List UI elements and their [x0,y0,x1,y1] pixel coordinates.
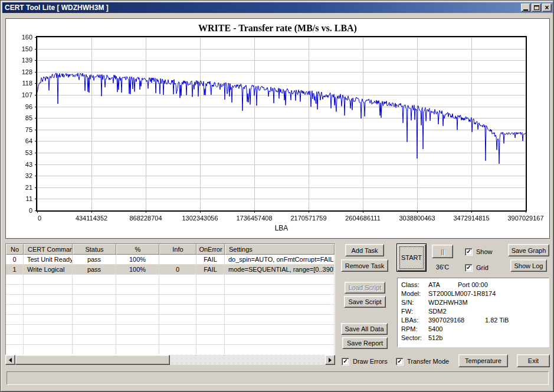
empty-cell [159,285,196,295]
empty-cell [24,325,73,335]
empty-cell [225,305,335,315]
transfer-mode-checkbox-box: ✓ [396,358,404,365]
temperature-button[interactable]: Temperature [458,354,508,367]
transfer-mode-checkbox[interactable]: ✓ Transfer Mode [396,357,449,365]
table-empty-row[interactable] [6,305,335,315]
table-empty-row[interactable] [6,325,335,335]
col-header-no[interactable]: No [6,244,24,255]
empty-cell [24,305,73,315]
pause-button[interactable]: || [432,245,453,258]
empty-cell [116,275,159,285]
save-all-data-button[interactable]: Save All Data [341,323,388,335]
save-report-button[interactable]: Save Report [342,337,388,349]
empty-cell [225,285,335,295]
draw-errors-checkbox-box: ✓ [342,358,349,365]
empty-cell [6,285,24,295]
table-row[interactable]: 0 Test Unit Ready pass 100% FAIL do_spin… [6,255,335,265]
empty-cell [73,305,116,315]
empty-cell [6,345,24,355]
add-task-button[interactable]: Add Task [345,244,384,256]
table-empty-rows [6,275,335,355]
table-empty-row[interactable] [6,315,335,325]
empty-cell [225,275,335,285]
empty-cell [24,345,73,355]
empty-cell [159,275,196,285]
col-header-status[interactable]: Status [73,244,116,255]
col-header-onerror[interactable]: OnError [196,244,225,255]
empty-cell [116,285,159,295]
empty-cell [73,315,116,325]
drive-capacity: 1.82 TiB [485,316,509,325]
empty-cell [196,345,225,355]
check-icon: ✓ [466,249,471,255]
empty-cell [225,295,335,305]
empty-cell [24,315,73,325]
empty-cell [73,325,116,335]
show-checkbox[interactable]: ✓ Show [465,248,493,256]
empty-cell [196,275,225,285]
table-empty-row[interactable] [6,285,335,295]
grid-checkbox[interactable]: ✓ Grid [465,263,489,272]
minimize-button[interactable] [521,4,530,12]
show-checkbox-box: ✓ [465,248,473,256]
minimize-icon [523,9,528,11]
col-header-cert-command[interactable]: CERT Command [24,244,73,255]
chart-title: WRITE - Transfer rate (MB/s vs. LBA) [6,23,549,34]
title-bar[interactable]: CERT Tool Lite [ WDZHWH3M ] × [2,2,553,13]
drive-info-lbas: LBAs:39070291681.82 TiB [401,316,545,325]
save-script-button[interactable]: Save Script [344,296,386,308]
task-table: No CERT Command Status % Info OnError Se… [5,243,335,355]
table-empty-row[interactable] [6,295,335,305]
maximize-icon [534,5,539,10]
empty-cell [6,335,24,345]
exit-button[interactable]: Exit [517,354,550,367]
table-empty-row[interactable] [6,335,335,345]
empty-cell [225,325,335,335]
window-controls: × [520,4,552,12]
remove-task-button[interactable]: Remove Task [341,259,388,272]
empty-cell [116,345,159,355]
table-empty-row[interactable] [6,345,335,355]
close-button[interactable]: × [542,4,552,12]
cell-no: 0 [6,255,24,265]
table-row-selected[interactable]: 1 Write Logical pass 100% 0 FAIL mode=SE… [6,265,335,275]
save-graph-button[interactable]: Save Graph [508,244,549,256]
transfer-rate-chart [6,19,549,238]
draw-errors-checkbox[interactable]: ✓ Draw Errors [342,357,388,365]
scroll-right-button[interactable] [325,355,335,365]
empty-cell [159,315,196,325]
cell-percent: 100% [116,255,159,265]
scroll-left-button[interactable] [5,355,15,365]
empty-cell [6,325,24,335]
window-title: CERT Tool Lite [ WDZHWH3M ] [5,4,109,12]
status-bar [6,371,549,385]
show-log-button[interactable]: Show Log [510,259,547,272]
empty-cell [24,295,73,305]
empty-cell [116,335,159,345]
col-header-percent[interactable]: % [116,244,159,255]
scroll-left-icon [6,358,12,363]
empty-cell [159,325,196,335]
pause-icon: || [441,248,444,255]
check-icon: ✓ [397,358,402,364]
scrollbar-thumb[interactable] [15,355,170,365]
empty-cell [73,275,116,285]
col-header-settings[interactable]: Settings [225,244,335,255]
cell-info [159,255,196,265]
start-button[interactable]: START [396,243,427,272]
table-horizontal-scrollbar[interactable] [5,355,335,365]
grid-checkbox-label: Grid [476,264,489,271]
drive-info-panel: Class:ATAPort 00:00 Model:ST2000LM007-1R… [397,278,549,347]
empty-cell [196,305,225,315]
maximize-button[interactable] [532,4,541,12]
col-header-info[interactable]: Info [159,244,196,255]
cell-command: Test Unit Ready [24,255,73,265]
empty-cell [196,335,225,345]
scroll-right-icon [329,358,334,363]
load-script-button[interactable]: Load Script [345,282,385,294]
cell-info: 0 [159,265,196,275]
drive-info-serial: S/N:WDZHWH3M [401,298,545,307]
transfer-mode-checkbox-label: Transfer Mode [407,358,449,365]
table-empty-row[interactable] [6,275,335,285]
cell-onerror: FAIL [196,255,225,265]
